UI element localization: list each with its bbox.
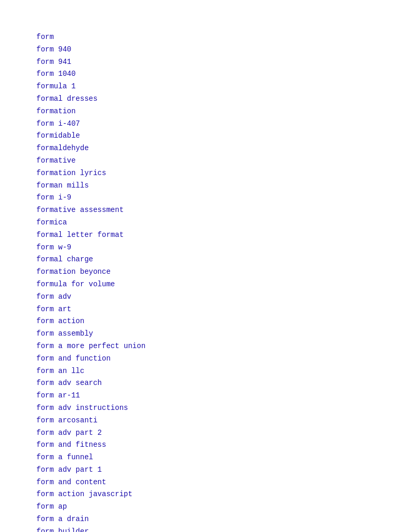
list-item[interactable]: form assembly [36, 328, 363, 340]
list-item[interactable]: form and fitness [36, 439, 363, 451]
list-item[interactable]: form a drain [36, 513, 363, 526]
list-item[interactable]: form a funnel [36, 451, 363, 464]
list-item[interactable]: formidable [36, 130, 363, 142]
list-item[interactable]: form action javascript [36, 488, 363, 501]
list-item[interactable]: form builder [36, 526, 363, 532]
list-item[interactable]: form action [36, 315, 363, 328]
list-item[interactable]: form 1040 [36, 68, 363, 81]
list-item[interactable]: formative assessment [36, 204, 363, 217]
list-item[interactable]: form i-407 [36, 118, 363, 130]
list-item[interactable]: form 941 [36, 56, 363, 69]
list-item[interactable]: formula 1 [36, 81, 363, 93]
list-item[interactable]: form adv part 2 [36, 427, 363, 440]
list-item[interactable]: formation [36, 105, 363, 118]
list-item[interactable]: form adv [36, 291, 363, 303]
search-results-list: formform 940form 941form 1040formula 1fo… [36, 31, 363, 532]
list-item[interactable]: formation lyrics [36, 167, 363, 180]
list-item[interactable]: form [36, 31, 363, 44]
list-item[interactable]: form an llc [36, 365, 363, 378]
list-item[interactable]: formula for volume [36, 278, 363, 291]
list-item[interactable]: form art [36, 303, 363, 316]
list-item[interactable]: form i-9 [36, 192, 363, 204]
list-item[interactable]: forman mills [36, 180, 363, 192]
list-item[interactable]: form adv search [36, 377, 363, 390]
list-item[interactable]: form and content [36, 476, 363, 489]
list-item[interactable]: formaldehyde [36, 142, 363, 155]
list-item[interactable]: form ap [36, 501, 363, 513]
list-item[interactable]: form adv instructions [36, 402, 363, 415]
list-item[interactable]: formation beyonce [36, 266, 363, 278]
list-item[interactable]: form ar-11 [36, 390, 363, 402]
list-item[interactable]: formal dresses [36, 93, 363, 105]
list-item[interactable]: form adv part 1 [36, 464, 363, 476]
list-item[interactable]: form a more perfect union [36, 340, 363, 353]
list-item[interactable]: form w-9 [36, 242, 363, 254]
list-item[interactable]: formica [36, 217, 363, 229]
list-item[interactable]: formal letter format [36, 229, 363, 242]
list-item[interactable]: form arcosanti [36, 415, 363, 427]
list-item[interactable]: formal charge [36, 254, 363, 266]
list-item[interactable]: formative [36, 155, 363, 167]
list-item[interactable]: form 940 [36, 44, 363, 56]
list-item[interactable]: form and function [36, 353, 363, 365]
